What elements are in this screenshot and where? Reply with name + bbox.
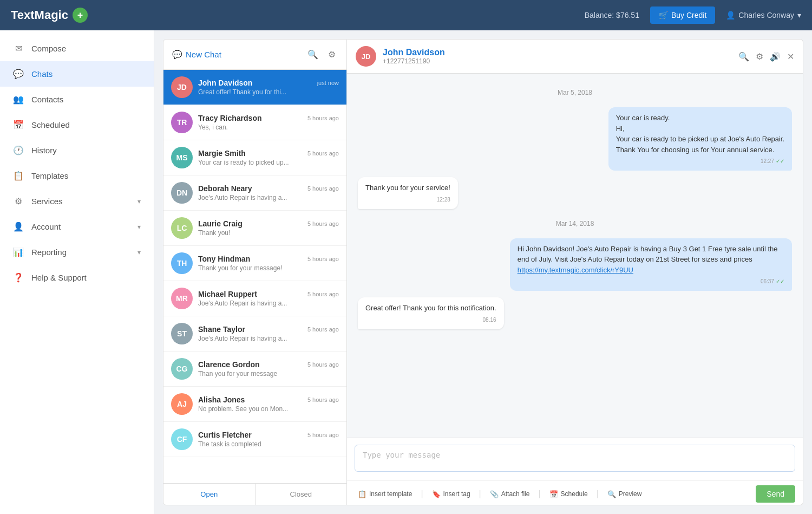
chat-list-item[interactable]: CG Clarence Gordon 5 hours ago Than you … — [163, 352, 346, 387]
chat-contact-name: Clarence Gordon — [198, 360, 260, 369]
message-text: Hi John Davidson! Joe's Auto Repair is h… — [518, 244, 784, 276]
sidebar-item-scheduled[interactable]: 📅 Scheduled — [0, 112, 154, 138]
input-toolbar: 📋Insert template|🔖Insert tag|📎Attach fil… — [347, 480, 803, 505]
messages-area: Mar 5, 2018Your car is ready.Hi,Your car… — [347, 74, 803, 438]
toolbar-insert-tag-button[interactable]: 🔖Insert tag — [429, 488, 474, 500]
sidebar-item-label: Templates — [31, 171, 68, 180]
toolbar-attach-file-button[interactable]: 📎Attach file — [487, 488, 533, 500]
chat-info: Deborah Neary 5 hours ago Joe's Auto Rep… — [198, 184, 339, 201]
chat-list-item[interactable]: MS Margie Smith 5 hours ago Your car is … — [163, 140, 346, 175]
contact-info: John Davidson +122771251190 — [383, 48, 732, 65]
balance-label: Balance: $76.51 — [585, 11, 639, 19]
sidebar-item-label: Scheduled — [31, 120, 70, 129]
chat-preview: Than you for your message — [198, 370, 339, 378]
sidebar-item-chats[interactable]: 💬 Chats — [0, 61, 154, 87]
contact-name: John Davidson — [383, 48, 732, 57]
sidebar-item-label: Reporting — [31, 248, 67, 257]
volume-icon[interactable]: 🔊 — [770, 51, 781, 62]
message-row: Hi John Davidson! Joe's Auto Repair is h… — [358, 238, 792, 291]
sidebar-item-label: History — [31, 146, 57, 155]
chat-contact-name: Michael Ruppert — [198, 290, 257, 298]
chat-contact-name: Shane Taylor — [198, 325, 245, 334]
chat-preview: Joe's Auto Repair is having a... — [198, 194, 339, 201]
chat-info: Shane Taylor 5 hours ago Joe's Auto Repa… — [198, 325, 339, 342]
check-icon: ✓✓ — [776, 277, 784, 285]
chat-time: 5 hours ago — [307, 185, 339, 192]
chat-time: 5 hours ago — [307, 396, 339, 403]
message-bubble: Great offer! Thank you for this notifica… — [358, 297, 504, 329]
sidebar-item-reporting[interactable]: 📊 Reporting ▾ — [0, 239, 154, 265]
chat-list-item[interactable]: CF Curtis Fletcher 5 hours ago The task … — [163, 422, 346, 457]
search-icon[interactable]: 🔍 — [305, 47, 320, 62]
chevron-down-icon: ▾ — [137, 198, 141, 205]
search-icon[interactable]: 🔍 — [738, 51, 749, 62]
avatar: DN — [171, 182, 193, 204]
chat-info: Curtis Fletcher 5 hours ago The task is … — [198, 431, 339, 448]
input-area — [347, 438, 803, 480]
logo-text: TextMagic — [11, 8, 68, 22]
sidebar-item-label: Help & Support — [31, 273, 87, 282]
contact-avatar: JD — [356, 46, 376, 67]
chat-time: 5 hours ago — [307, 326, 339, 333]
chat-list-item[interactable]: DN Deborah Neary 5 hours ago Joe's Auto … — [163, 175, 346, 211]
message-row: Great offer! Thank you for this notifica… — [358, 297, 792, 329]
toolbar-schedule-button[interactable]: 📅Schedule — [546, 488, 591, 500]
message-text: Great offer! Thank you for this notifica… — [365, 303, 496, 314]
help-icon: ❓ — [13, 272, 24, 283]
settings-icon[interactable]: ⚙ — [326, 47, 338, 62]
settings-icon[interactable]: ⚙ — [756, 51, 763, 62]
tab-open[interactable]: Open — [163, 484, 256, 505]
chat-list-item[interactable]: MR Michael Ruppert 5 hours ago Joe's Aut… — [163, 281, 346, 316]
sidebar-item-history[interactable]: 🕐 History — [0, 138, 154, 163]
chat-list-item[interactable]: ST Shane Taylor 5 hours ago Joe's Auto R… — [163, 316, 346, 352]
chat-list-item[interactable]: AJ Alisha Jones 5 hours ago No problem. … — [163, 387, 346, 422]
chat-time: just now — [317, 80, 339, 86]
chat-time: 5 hours ago — [307, 432, 339, 438]
chat-time: 5 hours ago — [307, 220, 339, 227]
sidebar-item-compose[interactable]: ✉ Compose — [0, 36, 154, 61]
message-link[interactable]: https://my.textmagic.com/click/rY9UU — [518, 266, 633, 274]
attach-file-icon: 📎 — [490, 490, 499, 498]
message-text: Your car is ready.Hi,Your car is ready t… — [616, 113, 784, 155]
message-input[interactable] — [355, 445, 795, 472]
toolbar-insert-template-button[interactable]: 📋Insert template — [355, 488, 415, 500]
chat-list-item[interactable]: TH Tony Hindman 5 hours ago Thank you fo… — [163, 246, 346, 281]
chat-panel: 💬 New Chat 🔍 ⚙ JD John Davidson just now… — [163, 39, 347, 505]
toolbar-separator: | — [538, 489, 540, 499]
conversation-panel: JD John Davidson +122771251190 🔍 ⚙ 🔊 ✕ M… — [347, 39, 803, 505]
avatar: MR — [171, 288, 193, 309]
new-chat-icon: 💬 — [172, 50, 182, 60]
chat-list-item[interactable]: JD John Davidson just now Great offer! T… — [163, 70, 346, 105]
avatar: JD — [171, 76, 193, 98]
chat-tabs: Open Closed — [163, 483, 346, 505]
chat-contact-name: Margie Smith — [198, 149, 246, 158]
check-icon: ✓✓ — [776, 157, 784, 165]
app-body: ✉ Compose 💬 Chats 👥 Contacts 📅 Scheduled… — [0, 30, 812, 514]
sidebar-item-contacts[interactable]: 👥 Contacts — [0, 87, 154, 112]
sidebar-item-services[interactable]: ⚙ Services ▾ — [0, 188, 154, 214]
tab-closed[interactable]: Closed — [256, 484, 347, 505]
chat-list-item[interactable]: TR Tracy Richardson 5 hours ago Yes, i c… — [163, 105, 346, 140]
sidebar-item-label: Compose — [31, 44, 66, 53]
sidebar-item-templates[interactable]: 📋 Templates — [0, 163, 154, 188]
sidebar-item-account[interactable]: 👤 Account ▾ — [0, 214, 154, 239]
add-icon[interactable]: + — [73, 8, 88, 23]
chat-time: 5 hours ago — [307, 115, 339, 121]
chat-contact-name: Deborah Neary — [198, 184, 252, 193]
chat-list-item[interactable]: LC Laurie Craig 5 hours ago Thank you! — [163, 211, 346, 246]
chat-time: 5 hours ago — [307, 150, 339, 157]
compose-icon: ✉ — [13, 43, 24, 54]
toolbar-preview-button[interactable]: 🔍Preview — [604, 488, 645, 500]
send-button[interactable]: Send — [756, 485, 795, 503]
chevron-down-icon: ▾ — [137, 249, 141, 256]
close-icon[interactable]: ✕ — [787, 51, 794, 62]
avatar: LC — [171, 217, 193, 239]
sidebar-item-help[interactable]: ❓ Help & Support — [0, 265, 154, 290]
nav-right: Balance: $76.51 🛒 Buy Credit 👤 Charles C… — [585, 6, 801, 24]
toolbar-separator: | — [421, 489, 423, 499]
buy-credit-button[interactable]: 🛒 Buy Credit — [650, 6, 715, 24]
date-divider: Mar 5, 2018 — [358, 89, 792, 96]
history-icon: 🕐 — [13, 145, 24, 155]
user-menu[interactable]: 👤 Charles Conway ▾ — [726, 11, 801, 19]
new-chat-button[interactable]: 💬 New Chat — [172, 50, 300, 60]
